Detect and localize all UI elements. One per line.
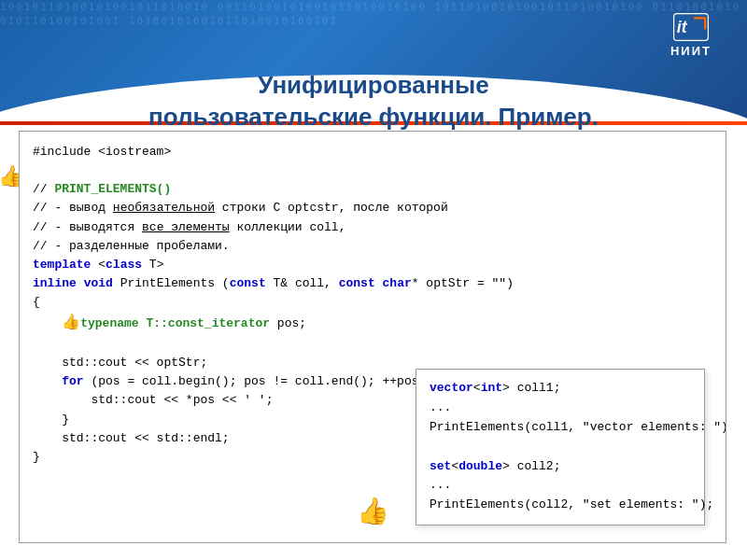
inner-line-7: PrintElements(coll2, "set elements: ");: [430, 496, 691, 515]
code-line-11: [33, 335, 712, 354]
inner-line-4: [430, 438, 691, 457]
inner-code-box: vector<int> coll1; ... PrintElements(col…: [416, 369, 705, 525]
code-line-7: template <class T>: [33, 256, 712, 274]
page-title: Унифицированные пользовательские функции…: [0, 70, 747, 133]
code-box: #include <iostream> // PRINT_ELEMENTS() …: [19, 131, 726, 543]
code-line-5: // - выводятся все элементы коллекции co…: [33, 218, 712, 237]
code-line-4: // - вывод необязательной строки С optcs…: [33, 199, 712, 217]
code-line-3: // PRINT_ELEMENTS(): [33, 180, 712, 199]
code-line-1: #include <iostream>: [33, 143, 712, 161]
inner-line-1: vector<int> coll1;: [430, 379, 691, 399]
inner-line-6: ...: [430, 476, 691, 496]
code-line-10: 👍typename T::const_iterator pos;: [33, 312, 712, 335]
title-area: Унифицированные пользовательские функции…: [0, 70, 747, 133]
inner-line-5: set<double> coll2;: [430, 457, 691, 477]
inner-line-3: PrintElements(coll1, "vector elements: "…: [430, 418, 691, 438]
code-line-6: // - разделенные пробелами.: [33, 237, 712, 256]
thumb-icon-bottom: 👍: [357, 493, 389, 533]
code-line-8: inline void PrintElements (const T& coll…: [33, 274, 712, 293]
code-line-9: {: [33, 293, 712, 312]
logo-text: НИИТ: [670, 44, 712, 58]
inner-line-2: ...: [430, 399, 691, 418]
logo-area: it НИИТ: [654, 11, 728, 58]
svg-text:it: it: [677, 18, 688, 36]
logo-icon: it: [672, 12, 710, 42]
code-line-2: [33, 161, 712, 180]
